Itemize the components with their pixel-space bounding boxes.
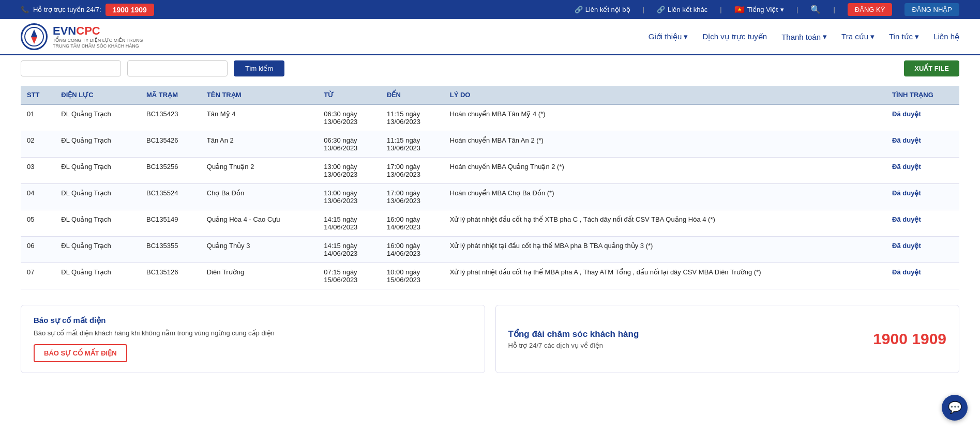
cell-tinh-trang: Đã duyệt	[886, 104, 959, 131]
chevron-down-icon: ▾	[780, 6, 784, 13]
cell-ly-do: Xử lý phát nhiệt đầu cốt hạ thế XTB pha …	[444, 210, 886, 237]
cell-tu: 06:30 ngày 13/06/2023	[318, 131, 381, 158]
outage-table: STT ĐIỆN LỰC MÃ TRẠM TÊN TRẠM TỪ ĐẾN LÝ …	[21, 86, 959, 289]
table-header: STT ĐIỆN LỰC MÃ TRẠM TÊN TRẠM TỪ ĐẾN LÝ …	[21, 86, 959, 104]
login-button[interactable]: ĐĂNG NHẬP	[904, 3, 959, 16]
hotline-number: 1900 1909	[873, 330, 946, 348]
nav-links: Giới thiệu ▾ Dịch vụ trực tuyến Thanh to…	[649, 32, 959, 41]
cell-ma-tram: BC135126	[140, 263, 201, 289]
cell-tu: 06:30 ngày 13/06/2023	[318, 104, 381, 131]
col-dien-luc: ĐIỆN LỰC	[55, 86, 140, 104]
search-button[interactable]: Tìm kiếm	[234, 60, 284, 76]
cell-ma-tram: BC135423	[140, 104, 201, 131]
cell-den: 17:00 ngày 13/06/2023	[381, 184, 444, 210]
top-bar-right: 🔗 Liên kết nội bộ | 🔗 Liên kết khác | 🇻🇳…	[575, 3, 959, 16]
svg-marker-2	[31, 37, 37, 44]
svg-marker-1	[31, 29, 37, 37]
cell-stt: 06	[21, 237, 55, 263]
cell-stt: 02	[21, 131, 55, 158]
cell-ma-tram: BC135256	[140, 158, 201, 184]
cell-tu: 14:15 ngày 14/06/2023	[318, 237, 381, 263]
nav-item-gioithieu[interactable]: Giới thiệu ▾	[649, 32, 688, 41]
toolbar-left: Tìm kiếm	[21, 60, 284, 76]
cell-dien-luc: ĐL Quảng Trạch	[55, 131, 140, 158]
cell-ma-tram: BC135426	[140, 131, 201, 158]
support-label: Hỗ trợ trực tuyến 24/7:	[33, 6, 101, 13]
chevron-icon: ▾	[684, 32, 688, 41]
col-den: ĐẾN	[381, 86, 444, 104]
chevron-icon2: ▾	[823, 32, 827, 41]
language-selector[interactable]: 🇻🇳 Tiếng Việt ▾	[734, 5, 784, 14]
export-button[interactable]: XUẤT FILE	[904, 60, 959, 76]
cell-dien-luc: ĐL Quảng Trạch	[55, 104, 140, 131]
nav-item-tracuu[interactable]: Tra cứu ▾	[841, 32, 875, 41]
cell-tinh-trang: Đã duyệt	[886, 263, 959, 289]
register-button[interactable]: ĐĂNG KÝ	[848, 3, 893, 16]
table-row: 03ĐL Quảng TrạchBC135256Quảng Thuận 213:…	[21, 158, 959, 184]
table-row: 05ĐL Quảng TrạchBC135149Quảng Hòa 4 - Ca…	[21, 210, 959, 237]
link-icon: 🔗	[575, 6, 583, 13]
cell-stt: 04	[21, 184, 55, 210]
nav-item-tintuc[interactable]: Tin tức ▾	[889, 32, 919, 41]
col-tinh-trang: TÌNH TRẠNG	[886, 86, 959, 104]
cell-stt: 07	[21, 263, 55, 289]
col-tu: TỪ	[318, 86, 381, 104]
cell-tu: 13:00 ngày 13/06/2023	[318, 158, 381, 184]
cell-tinh-trang: Đã duyệt	[886, 210, 959, 237]
top-bar-left: 📞 Hỗ trợ trực tuyến 24/7: 1900 1909	[21, 4, 154, 16]
report-card: Báo sự cố mất điện Báo sự cố mất điện kh…	[21, 305, 485, 373]
cell-ma-tram: BC135149	[140, 210, 201, 237]
cell-tinh-trang: Đã duyệt	[886, 131, 959, 158]
col-ma-tram: MÃ TRẠM	[140, 86, 201, 104]
cell-dien-luc: ĐL Quảng Trạch	[55, 263, 140, 289]
cell-ly-do: Hoán chuyển MBA Tân An 2 (*)	[444, 131, 886, 158]
link-noi-bo[interactable]: 🔗 Liên kết nội bộ	[575, 6, 630, 13]
nav-item-thanhtoan[interactable]: Thanh toán ▾	[781, 32, 827, 41]
cell-den: 16:00 ngày 14/06/2023	[381, 210, 444, 237]
separator4: |	[833, 6, 835, 13]
evn-text: EVN	[53, 24, 76, 37]
cpc-text: CPC	[76, 24, 100, 37]
filter-input-1[interactable]	[21, 60, 121, 76]
cell-ten-tram: Quảng Thuận 2	[201, 158, 318, 184]
table-row: 07ĐL Quảng TrạchBC135126Diên Trường07:15…	[21, 263, 959, 289]
filter-input-2[interactable]	[127, 60, 228, 76]
cell-dien-luc: ĐL Quảng Trạch	[55, 210, 140, 237]
col-stt: STT	[21, 86, 55, 104]
cell-tu: 07:15 ngày 15/06/2023	[318, 263, 381, 289]
content: Tìm kiếm XUẤT FILE STT ĐIỆN LỰC MÃ TRẠM …	[0, 55, 980, 389]
cell-ma-tram: BC135355	[140, 237, 201, 263]
cell-den: 10:00 ngày 15/06/2023	[381, 263, 444, 289]
table-row: 02ĐL Quảng TrạchBC135426Tân An 206:30 ng…	[21, 131, 959, 158]
hotline-card-title: Tổng đài chăm sóc khách hàng	[508, 329, 639, 339]
logo-text: EVNCPC TỔNG CÔNG TY ĐIỆN LỰC MIỀN TRUNG …	[53, 24, 143, 49]
report-desc: Báo sự cố mất điện khách hàng khi không …	[34, 329, 472, 337]
nav-item-dichvu[interactable]: Dịch vụ trực tuyến	[702, 32, 767, 41]
company-line2: TRUNG TÂM CHĂM SÓC KHÁCH HÀNG	[53, 43, 143, 49]
cell-ly-do: Xử lý phát nhiệt đầu cốt hạ thế MBA pha …	[444, 263, 886, 289]
hotline-card-sub: Hỗ trợ 24/7 các dịch vụ về điện	[508, 342, 639, 349]
cell-ten-tram: Tân Mỹ 4	[201, 104, 318, 131]
table-row: 06ĐL Quảng TrạchBC135355Quảng Thủy 314:1…	[21, 237, 959, 263]
cell-tinh-trang: Đã duyệt	[886, 158, 959, 184]
cell-ly-do: Hoán chuyển MBA Quảng Thuận 2 (*)	[444, 158, 886, 184]
hotline-card: Tổng đài chăm sóc khách hàng Hỗ trợ 24/7…	[495, 305, 960, 373]
nav-item-lienhe[interactable]: Liên hệ	[933, 32, 959, 41]
cell-den: 17:00 ngày 13/06/2023	[381, 158, 444, 184]
search-icon[interactable]: 🔍	[810, 5, 821, 14]
cell-ten-tram: Quảng Hòa 4 - Cao Cựu	[201, 210, 318, 237]
hotline-button[interactable]: 1900 1909	[105, 4, 154, 16]
cell-stt: 05	[21, 210, 55, 237]
cell-ten-tram: Diên Trường	[201, 263, 318, 289]
cell-stt: 03	[21, 158, 55, 184]
cell-dien-luc: ĐL Quảng Trạch	[55, 237, 140, 263]
logo-area: EVNCPC TỔNG CÔNG TY ĐIỆN LỰC MIỀN TRUNG …	[21, 23, 143, 50]
cell-tinh-trang: Đã duyệt	[886, 237, 959, 263]
report-button[interactable]: BÁO SỰ CỐ MẤT ĐIỆN	[34, 344, 127, 362]
cell-dien-luc: ĐL Quảng Trạch	[55, 158, 140, 184]
link-icon2: 🔗	[657, 6, 665, 13]
cell-ten-tram: Tân An 2	[201, 131, 318, 158]
link-khac[interactable]: 🔗 Liên kết khác	[657, 6, 707, 13]
cell-ten-tram: Chợ Ba Đồn	[201, 184, 318, 210]
hotline-card-left: Tổng đài chăm sóc khách hàng Hỗ trợ 24/7…	[508, 329, 639, 349]
